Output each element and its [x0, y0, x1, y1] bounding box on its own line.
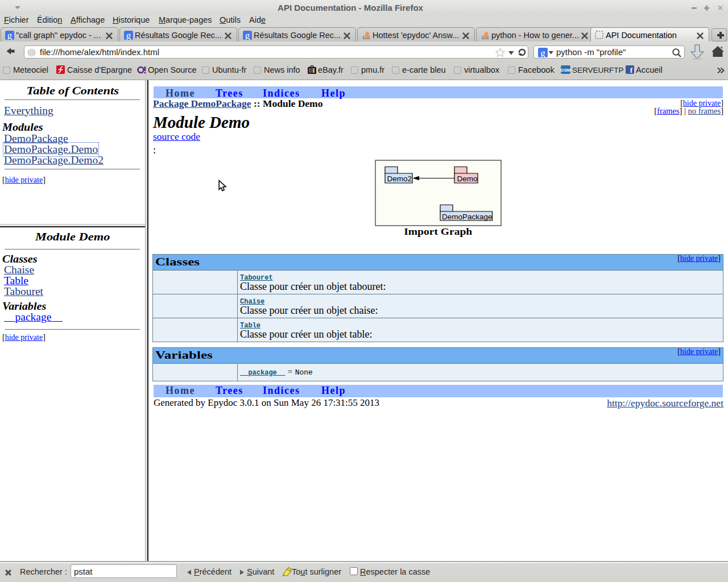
svg-text:f: f: [630, 66, 633, 74]
svg-text:Demo2: Demo2: [387, 174, 412, 183]
svg-text:DemoPackage: DemoPackage: [442, 213, 493, 221]
svg-text:g: g: [540, 48, 545, 57]
svg-text:DSM: DSM: [561, 68, 570, 73]
svg-text:Demo: Demo: [457, 174, 478, 183]
